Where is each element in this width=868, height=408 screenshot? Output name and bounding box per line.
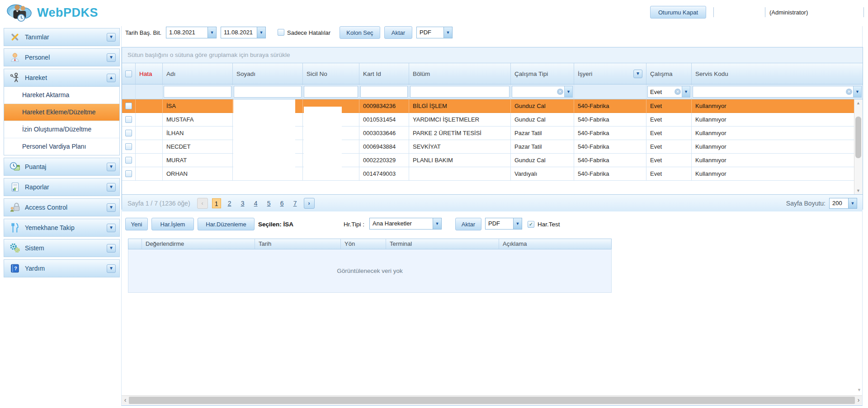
row-checkbox[interactable] [125, 157, 132, 164]
start-date-picker[interactable]: 1.08.2021 ▼ [166, 27, 217, 38]
sidebar-item-access-control[interactable]: Access Control ▼ [4, 198, 120, 216]
filter-select-servis-kodu[interactable]: ✕ ▼ [693, 86, 862, 98]
chevron-down-icon[interactable]: ▼ [107, 224, 116, 232]
column-header-terminal[interactable]: Terminal [386, 239, 499, 249]
vertical-scrollbar[interactable]: ▲ ▼ [854, 99, 863, 194]
sidebar-item-personel[interactable]: Personel ▼ [4, 48, 120, 66]
export-format-select[interactable]: PDF ▼ [416, 27, 453, 38]
end-date-picker[interactable]: 11.08.2021 ▼ [221, 27, 266, 38]
export-button[interactable]: Aktar [384, 26, 412, 39]
header-filter-menu-icon[interactable]: ▼ [633, 70, 642, 78]
sidebar-item-yemekhane-takip[interactable]: Yemekhane Takip ▼ [4, 219, 120, 237]
column-header-tarih[interactable]: Tarih [255, 239, 341, 249]
column-header-sicil-no[interactable]: Sicil No [303, 63, 359, 84]
chevron-down-icon[interactable]: ▼ [682, 86, 690, 97]
chevron-down-icon[interactable]: ▼ [443, 27, 452, 38]
group-by-drop-zone[interactable]: Sütun başlığını o sütuna göre gruplamak … [122, 47, 863, 63]
row-checkbox[interactable] [125, 143, 132, 150]
clear-filter-icon[interactable]: ✕ [846, 89, 852, 95]
chevron-down-icon[interactable]: ▼ [564, 86, 572, 97]
filter-select-calisma-tipi[interactable]: ✕ ▼ [512, 86, 573, 98]
column-header-calisma[interactable]: Çalışma [646, 63, 692, 84]
column-header-degerlendirme[interactable]: Değerlendirme [142, 239, 255, 249]
chevron-up-icon[interactable]: ▲ [107, 74, 116, 82]
column-header-kart-id[interactable]: Kart Id [359, 63, 409, 84]
scroll-left-icon[interactable]: ‹ [122, 396, 129, 405]
column-header-yon[interactable]: Yön [341, 239, 386, 249]
new-button[interactable]: Yeni [125, 218, 148, 230]
sidebar-item-personel-vardiya-plani[interactable]: Personel Vardiya Planı [4, 138, 119, 155]
next-page-button[interactable]: › [304, 198, 315, 209]
column-header-soyadi[interactable]: Soyadı [233, 63, 303, 84]
table-row[interactable]: ORHAN 0014749003 Vardıyalı 540-Fabrika E… [122, 167, 863, 181]
row-checkbox[interactable] [125, 116, 132, 123]
row-checkbox[interactable] [125, 130, 132, 136]
filter-input-adi[interactable] [164, 86, 231, 98]
chevron-down-icon[interactable]: ▼ [853, 86, 861, 97]
only-errors-checkbox[interactable] [278, 29, 284, 36]
column-header-adi[interactable]: Adı [163, 63, 233, 84]
column-header-bolum[interactable]: Bölüm [409, 63, 511, 84]
clear-filter-icon[interactable]: ✕ [557, 89, 563, 95]
movement-type-select[interactable]: Ana Hareketler ▼ [369, 218, 442, 230]
filter-input-soyadi[interactable] [234, 86, 302, 98]
sidebar-item-hareket-aktarma[interactable]: Hareket Aktarma [4, 87, 119, 104]
chevron-down-icon[interactable]: ▼ [208, 27, 216, 38]
movement-process-button[interactable]: Har.İşlem [151, 218, 194, 230]
movement-edit-button[interactable]: Har.Düzenleme [198, 218, 255, 230]
logout-button[interactable]: Oturumu Kapat [650, 6, 706, 19]
sidebar-item-raporlar[interactable]: Raporlar ▼ [4, 178, 120, 196]
page-number-3[interactable]: 3 [238, 198, 247, 208]
sidebar-item-sistem[interactable]: Sistem ▼ [4, 239, 120, 257]
chevron-down-icon[interactable]: ▼ [107, 163, 116, 171]
page-number-6[interactable]: 6 [278, 198, 287, 208]
column-header-aciklama[interactable]: Açıklama [499, 239, 611, 249]
chevron-down-icon[interactable]: ▼ [107, 244, 116, 253]
chevron-down-icon[interactable]: ▼ [107, 183, 116, 192]
scroll-down-icon[interactable]: ▼ [854, 187, 862, 194]
horizontal-scrollbar[interactable]: ‹ › [122, 395, 862, 405]
page-number-1[interactable]: 1 [212, 198, 221, 208]
page-size-select[interactable]: 200 ▼ [829, 198, 857, 209]
page-number-4[interactable]: 4 [251, 198, 260, 208]
filter-input-kart-id[interactable] [360, 86, 408, 98]
detail-format-select[interactable]: PDF ▼ [485, 218, 522, 230]
sidebar-item-hareket[interactable]: Hareket ▲ [4, 69, 120, 87]
chevron-down-icon[interactable]: ▼ [107, 53, 116, 62]
page-number-7[interactable]: 7 [291, 198, 300, 208]
filter-select-calisma[interactable]: Evet ✕ ▼ [647, 86, 690, 98]
column-header-calisma-tipi[interactable]: Çalışma Tipi [511, 63, 574, 84]
clear-filter-icon[interactable]: ✕ [675, 89, 681, 95]
prev-page-button[interactable]: ‹ [197, 198, 208, 209]
sidebar-item-yardim[interactable]: ? Yardım ▼ [4, 259, 120, 277]
column-select-button[interactable]: Kolon Seç [340, 26, 380, 39]
page-number-2[interactable]: 2 [225, 198, 234, 208]
chevron-down-icon[interactable]: ▼ [848, 198, 857, 208]
scroll-down-icon[interactable]: ▼ [857, 388, 861, 392]
har-test-checkbox[interactable]: ✓ [528, 221, 534, 228]
scrollbar-thumb[interactable] [129, 397, 855, 404]
scrollbar-thumb[interactable] [855, 117, 861, 158]
column-header-isyeri[interactable]: İşyeri ▼ [574, 63, 646, 84]
row-checkbox[interactable] [125, 170, 132, 177]
select-all-checkbox[interactable] [125, 70, 132, 77]
chevron-down-icon[interactable]: ▼ [513, 218, 522, 229]
row-checkbox[interactable] [125, 103, 132, 109]
filter-input-bolum[interactable] [410, 86, 509, 98]
chevron-down-icon[interactable]: ▼ [257, 27, 265, 38]
chevron-down-icon[interactable]: ▼ [433, 218, 441, 229]
detail-export-button[interactable]: Aktar [455, 218, 481, 230]
sidebar-item-izin-olusturma-duzeltme[interactable]: İzin Oluşturma/Düzeltme [4, 121, 119, 138]
sidebar-item-puantaj[interactable]: Puantaj ▼ [4, 158, 120, 176]
column-header-servis-kodu[interactable]: Servis Kodu [692, 63, 863, 84]
scroll-right-icon[interactable]: › [855, 396, 862, 405]
column-header-hata[interactable]: Hata [136, 63, 163, 84]
filter-input-sicil-no[interactable] [304, 86, 358, 98]
page-number-5[interactable]: 5 [264, 198, 274, 208]
sidebar-item-tanimlar[interactable]: Tanımlar ▼ [4, 28, 120, 46]
chevron-down-icon[interactable]: ▼ [107, 33, 116, 42]
sidebar-item-hareket-ekleme-duzeltme[interactable]: Hareket Ekleme/Düzeltme [4, 104, 119, 121]
scroll-up-icon[interactable]: ▲ [854, 99, 862, 107]
chevron-down-icon[interactable]: ▼ [107, 264, 116, 273]
chevron-down-icon[interactable]: ▼ [107, 203, 116, 212]
